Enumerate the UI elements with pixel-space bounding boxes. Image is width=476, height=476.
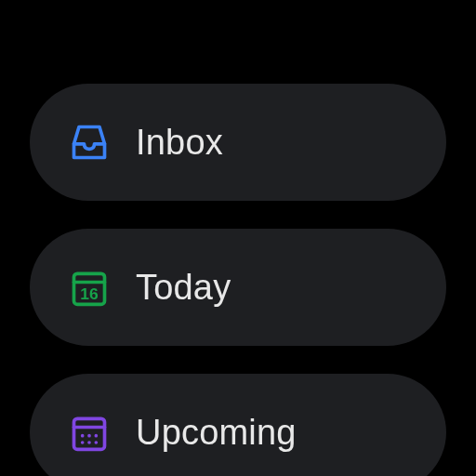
- calendar-upcoming-icon: [69, 412, 110, 453]
- svg-point-9: [87, 441, 91, 444]
- nav-item-inbox[interactable]: Inbox: [30, 84, 446, 201]
- nav-item-label: Inbox: [136, 123, 223, 163]
- nav-item-upcoming[interactable]: Upcoming: [30, 374, 446, 476]
- inbox-icon: [69, 122, 110, 163]
- svg-point-8: [81, 441, 85, 444]
- nav-item-label: Today: [136, 268, 231, 308]
- nav-item-today[interactable]: 16 Today: [30, 229, 446, 346]
- svg-point-7: [95, 434, 99, 438]
- nav-item-label: Upcoming: [136, 413, 297, 453]
- svg-point-6: [87, 434, 91, 438]
- svg-point-10: [95, 441, 99, 444]
- nav-list: Inbox 16 Today Upcoming: [30, 84, 446, 476]
- calendar-today-icon: 16: [69, 267, 110, 308]
- svg-point-5: [81, 434, 85, 438]
- svg-text:16: 16: [80, 284, 99, 303]
